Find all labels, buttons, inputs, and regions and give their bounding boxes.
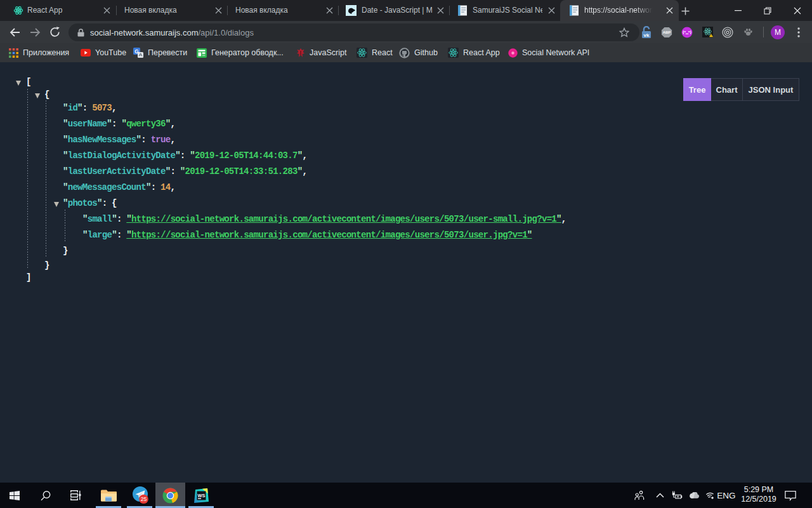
svg-text:vk: vk — [644, 32, 650, 37]
svg-text:ABP: ABP — [663, 30, 671, 34]
svg-text:25: 25 — [141, 496, 147, 502]
svg-text:WS: WS — [197, 492, 205, 498]
